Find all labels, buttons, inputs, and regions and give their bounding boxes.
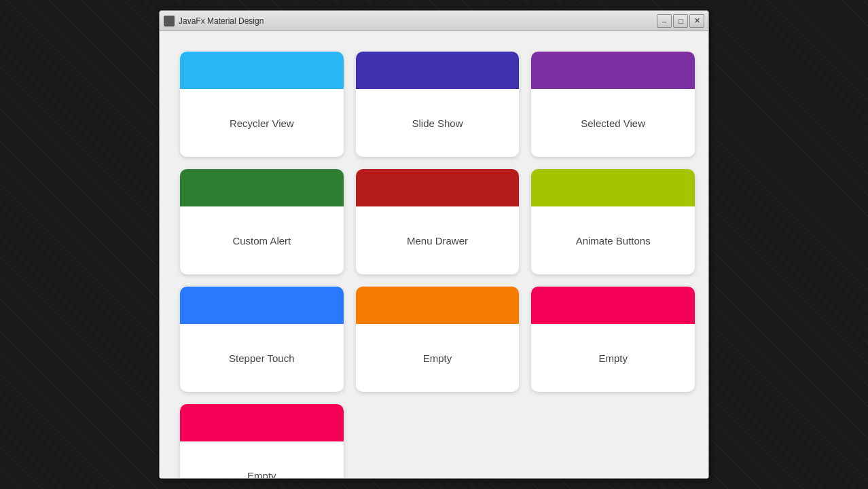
card-empty-orange[interactable]: Empty (356, 287, 520, 392)
card-label-custom-alert: Custom Alert (180, 206, 344, 274)
card-empty-hot-pink[interactable]: Empty (180, 404, 344, 478)
card-header-slide-show (356, 52, 520, 89)
card-header-menu-drawer (356, 169, 520, 206)
card-selected-view[interactable]: Selected View (531, 52, 695, 157)
card-menu-drawer[interactable]: Menu Drawer (356, 169, 520, 274)
close-button[interactable]: ✕ (689, 14, 704, 28)
main-window: JavaFx Material Design – □ ✕ Recycler Vi… (159, 10, 709, 479)
card-header-animate-buttons (531, 169, 695, 206)
card-header-recycler-view (180, 52, 344, 89)
card-label-selected-view: Selected View (531, 89, 695, 157)
card-label-empty-orange: Empty (356, 324, 520, 392)
card-label-recycler-view: Recycler View (180, 89, 344, 157)
minimize-button[interactable]: – (657, 14, 672, 28)
card-label-animate-buttons: Animate Buttons (531, 206, 695, 274)
card-label-menu-drawer: Menu Drawer (356, 206, 520, 274)
card-slide-show[interactable]: Slide Show (356, 52, 520, 157)
card-header-empty-pink-1 (531, 287, 695, 324)
title-bar: JavaFx Material Design – □ ✕ (160, 11, 708, 31)
card-header-selected-view (531, 52, 695, 89)
card-custom-alert[interactable]: Custom Alert (180, 169, 344, 274)
content-area: Recycler ViewSlide ShowSelected ViewCust… (160, 31, 708, 478)
card-header-custom-alert (180, 169, 344, 206)
card-empty-pink-1[interactable]: Empty (531, 287, 695, 392)
window-controls: – □ ✕ (657, 14, 704, 28)
card-header-empty-hot-pink (180, 404, 344, 441)
card-grid: Recycler ViewSlide ShowSelected ViewCust… (180, 52, 695, 478)
window-title: JavaFx Material Design (179, 16, 657, 26)
scroll-container[interactable]: Recycler ViewSlide ShowSelected ViewCust… (160, 31, 708, 478)
card-header-empty-orange (356, 287, 520, 324)
card-recycler-view[interactable]: Recycler View (180, 52, 344, 157)
card-animate-buttons[interactable]: Animate Buttons (531, 169, 695, 274)
card-stepper-touch[interactable]: Stepper Touch (180, 287, 344, 392)
app-icon (164, 16, 175, 26)
card-header-stepper-touch (180, 287, 344, 324)
restore-button[interactable]: □ (673, 14, 688, 28)
card-label-slide-show: Slide Show (356, 89, 520, 157)
card-label-empty-hot-pink: Empty (180, 441, 344, 478)
card-label-stepper-touch: Stepper Touch (180, 324, 344, 392)
card-label-empty-pink-1: Empty (531, 324, 695, 392)
